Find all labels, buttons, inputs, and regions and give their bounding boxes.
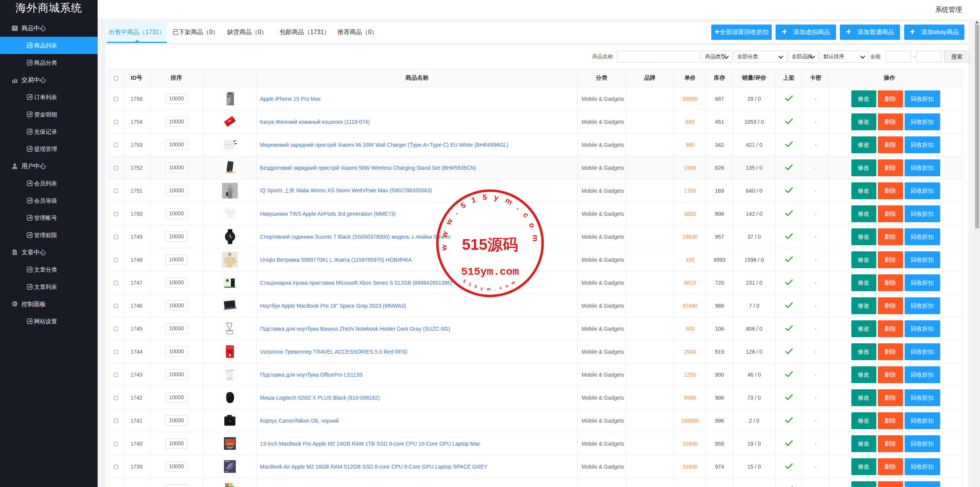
svg-text:515源码: 515源码 xyxy=(462,236,518,253)
svg-text:515ym.com: 515ym.com xyxy=(462,277,519,291)
svg-text:515ym.com: 515ym.com xyxy=(461,266,519,278)
